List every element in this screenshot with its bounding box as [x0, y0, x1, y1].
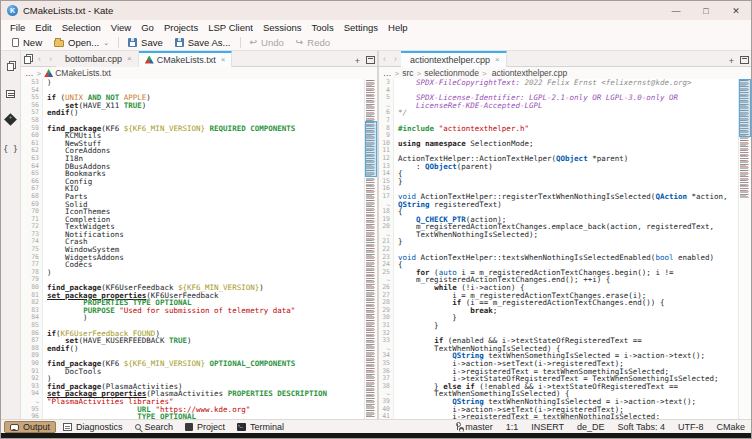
documents-button[interactable] — [21, 50, 34, 68]
breadcrumb-[interactable]: … — [25, 68, 34, 78]
breadcrumb-selectionmode[interactable]: selectionmode — [424, 68, 479, 78]
new-tab-button[interactable]: + — [351, 50, 364, 68]
close-tab-icon[interactable]: × — [495, 55, 500, 64]
menu-selection[interactable]: Selection — [57, 22, 106, 33]
toolview-diagnostics-button[interactable]: Diagnostics — [58, 421, 128, 433]
menu-projects[interactable]: Projects — [159, 22, 203, 33]
tab-cmakelists-txt[interactable]: CMakeLists.txt× — [139, 51, 233, 67]
new-icon — [12, 38, 19, 47]
code-line: TextWhenNothingIsSelected); — [394, 231, 538, 239]
status-label: Soft Tabs: 4 — [618, 422, 665, 432]
toolview-terminal-button[interactable]: Terminal — [232, 421, 289, 433]
breadcrumb-actiontexthelper-cpp[interactable]: actiontexthelper.cpp — [490, 68, 568, 78]
menu-edit[interactable]: Edit — [30, 22, 56, 33]
toolview-label: Diagnostics — [76, 422, 123, 432]
toolview-project-button[interactable]: Project — [180, 421, 230, 433]
undo-button[interactable]: ↩Undo — [244, 36, 290, 50]
tab-bottombar-cpp[interactable]: bottombar.cpp× — [56, 51, 139, 67]
status-soft-tabs-4[interactable]: Soft Tabs: 4 — [618, 422, 665, 432]
tab-back-button[interactable]: ‹ — [34, 54, 45, 64]
code-line: ) — [43, 79, 52, 87]
breadcrumb-cmakelists-txt[interactable]: CMakeLists.txt — [44, 68, 111, 78]
sidebar-symbols-button[interactable]: { } — [3, 138, 17, 156]
minimap-viewport[interactable] — [739, 79, 751, 137]
toolview-output-button[interactable]: Output — [4, 421, 56, 433]
code-row: 57endif() — [21, 109, 364, 117]
line-number: 33 — [379, 337, 394, 345]
tab-actiontexthelper-cpp[interactable]: actiontexthelper.cpp× — [401, 51, 507, 67]
tab-label: bottombar.cpp — [65, 54, 122, 64]
close-tab-icon[interactable]: × — [127, 54, 132, 63]
split-view-button[interactable] — [738, 50, 751, 68]
menu-file[interactable]: File — [5, 22, 30, 33]
right-editor-pane: ‹›actiontexthelper.cpp×+ …>src>selection… — [379, 51, 751, 419]
status-insert[interactable]: INSERT — [531, 422, 564, 432]
status-master[interactable]: master — [454, 422, 493, 432]
right-editor[interactable]: 3 SPDX-FileCopyrightText: 2022 Felix Ern… — [379, 79, 751, 419]
code-token: (HAVE_X11 — [79, 101, 124, 110]
close-button[interactable]: ✕ — [721, 1, 751, 20]
status-1-1[interactable]: 1:1 — [506, 422, 519, 432]
status-label: UTF-8 — [678, 422, 704, 432]
code-row: 10using namespace SelectionMode; — [379, 140, 738, 148]
menu-tools[interactable]: Tools — [307, 22, 339, 33]
left-editor[interactable]: 53)5455if (UNIX AND NOT APPLE)56 set(HAV… — [21, 79, 377, 419]
open-icon — [54, 40, 64, 47]
breadcrumb-src[interactable]: src — [402, 68, 413, 78]
breadcrumb-[interactable]: … — [383, 68, 392, 78]
minimap-viewport[interactable] — [365, 121, 377, 177]
menu-help[interactable]: Help — [383, 22, 413, 33]
tab-forward-button[interactable]: › — [45, 54, 56, 64]
left-minimap-scrollbar[interactable] — [364, 79, 377, 419]
branch-icon — [454, 422, 462, 431]
maximize-button[interactable]: □ — [691, 1, 721, 20]
redo-icon: ↪ — [296, 38, 304, 47]
code-token: endif — [47, 108, 70, 117]
left-code-area: 53)5455if (UNIX AND NOT APPLE)56 set(HAV… — [21, 79, 364, 419]
split-view-button[interactable] — [364, 50, 377, 68]
menu-sessions[interactable]: Sessions — [258, 22, 307, 33]
status-label: master — [465, 422, 493, 432]
window-title: CMakeLists.txt - Kate — [23, 5, 661, 16]
tab-label: actiontexthelper.cpp — [410, 55, 490, 65]
close-tab-icon[interactable]: × — [221, 55, 226, 64]
menu-go[interactable]: Go — [136, 22, 159, 33]
save-as-button[interactable]: Save As... — [169, 36, 237, 50]
status-cmake[interactable]: CMake — [716, 422, 745, 432]
redo-button[interactable]: ↪Redo — [290, 36, 336, 50]
minimize-button[interactable]: — — [661, 1, 691, 20]
breadcrumb-label: actiontexthelper.cpp — [492, 68, 568, 78]
sidebar-documents-button[interactable] — [7, 57, 14, 75]
code-row: 78) — [21, 269, 364, 277]
breadcrumb-separator-icon: > — [482, 69, 487, 78]
code-token: () — [70, 344, 79, 353]
code-row: 31 } — [379, 322, 738, 330]
toolview-search-button[interactable]: Search — [130, 421, 179, 433]
menu-lsp-client[interactable]: LSP Client — [203, 22, 258, 33]
code-token: } — [398, 237, 403, 246]
save-button[interactable]: Save — [122, 36, 169, 50]
save-as-label: Save As... — [188, 37, 231, 48]
new-button[interactable]: New — [6, 36, 48, 50]
code-token: QAction — [655, 192, 687, 201]
left-breadcrumb: …>CMakeLists.txt — [21, 67, 377, 79]
code-token: QString — [398, 200, 430, 209]
code-row: 77 Codecs — [21, 261, 364, 269]
cmake-file-icon — [44, 69, 53, 77]
open-button[interactable]: Open...⌄ — [48, 36, 115, 50]
kate-app-icon: K — [7, 5, 18, 16]
sidebar-projects-button[interactable] — [5, 111, 16, 129]
project-icon — [185, 423, 193, 431]
new-tab-button[interactable]: + — [725, 50, 738, 68]
status-de-de[interactable]: de_DE — [577, 422, 605, 432]
line-number: 5 — [379, 94, 394, 102]
titlebar[interactable]: K CMakeLists.txt - Kate — □ ✕ — [1, 1, 751, 20]
code-row: 91 DocTools — [21, 368, 364, 376]
status-utf-8[interactable]: UTF-8 — [678, 422, 704, 432]
tab-forward-button[interactable]: › — [390, 54, 401, 64]
tab-back-button[interactable]: ‹ — [379, 54, 390, 64]
menu-settings[interactable]: Settings — [339, 22, 383, 33]
menu-view[interactable]: View — [106, 22, 136, 33]
sidebar-filesystem-button[interactable] — [6, 84, 15, 102]
right-minimap-scrollbar[interactable] — [738, 79, 751, 419]
